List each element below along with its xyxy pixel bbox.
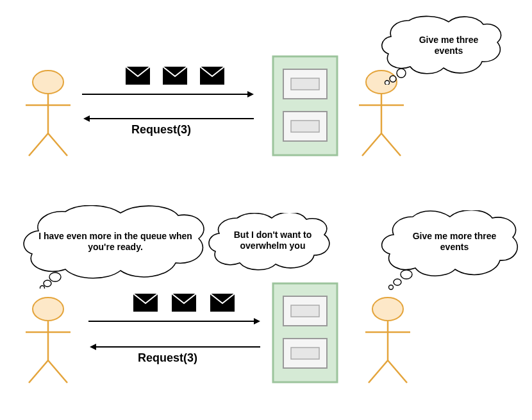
svg-point-52 bbox=[389, 285, 394, 290]
svg-point-28 bbox=[33, 298, 63, 321]
svg-point-24 bbox=[385, 81, 390, 85]
svg-line-32 bbox=[48, 360, 67, 383]
svg-line-31 bbox=[29, 360, 48, 383]
svg-point-23 bbox=[390, 76, 396, 82]
svg-line-21 bbox=[381, 133, 401, 156]
svg-line-48 bbox=[369, 360, 388, 383]
envelope-icon bbox=[133, 294, 158, 312]
left-actor-top bbox=[19, 69, 90, 162]
svg-point-45 bbox=[372, 298, 403, 321]
envelope-icon bbox=[200, 67, 224, 85]
svg-point-0 bbox=[33, 71, 63, 94]
svg-point-22 bbox=[397, 69, 406, 78]
queue-box-bottom bbox=[272, 282, 338, 383]
svg-rect-14 bbox=[291, 78, 319, 90]
left-actor-bottom bbox=[19, 296, 90, 389]
svg-line-20 bbox=[362, 133, 381, 156]
svg-marker-39 bbox=[90, 344, 96, 350]
back-arrow-top bbox=[82, 114, 255, 123]
queue-box-top bbox=[272, 55, 338, 156]
svg-marker-11 bbox=[83, 115, 90, 122]
forward-arrow-top bbox=[82, 90, 255, 99]
right-actor-bottom bbox=[359, 296, 429, 389]
svg-line-3 bbox=[29, 133, 48, 156]
svg-rect-44 bbox=[291, 348, 319, 359]
svg-marker-9 bbox=[247, 91, 254, 97]
envelope-icon bbox=[172, 294, 196, 312]
thought-text-bottom-left-small: But I don't want to overwhelm you bbox=[223, 230, 322, 251]
forward-arrow-bottom bbox=[88, 317, 262, 326]
svg-line-4 bbox=[48, 133, 67, 156]
request-label-bottom: Request(3) bbox=[138, 351, 197, 365]
svg-marker-37 bbox=[254, 318, 260, 324]
svg-rect-16 bbox=[291, 121, 319, 132]
svg-point-25 bbox=[49, 273, 61, 281]
diagram: Request(3) Give me three events I have e… bbox=[0, 0, 532, 420]
svg-point-26 bbox=[44, 280, 51, 287]
svg-point-27 bbox=[40, 286, 45, 289]
envelope-icon bbox=[163, 67, 187, 85]
thought-text-bottom-left-big: I have even more in the queue when you'r… bbox=[38, 231, 192, 253]
back-arrow-bottom bbox=[88, 342, 262, 351]
request-label-top: Request(3) bbox=[131, 123, 191, 137]
svg-point-50 bbox=[401, 270, 412, 279]
svg-line-49 bbox=[388, 360, 407, 383]
envelope-icon bbox=[126, 67, 150, 85]
svg-point-51 bbox=[394, 279, 401, 285]
thought-text-top-right: Give me three events bbox=[410, 35, 487, 56]
envelope-icon bbox=[210, 294, 235, 312]
svg-rect-42 bbox=[291, 305, 319, 317]
thought-text-bottom-right: Give me more three events bbox=[406, 231, 503, 253]
